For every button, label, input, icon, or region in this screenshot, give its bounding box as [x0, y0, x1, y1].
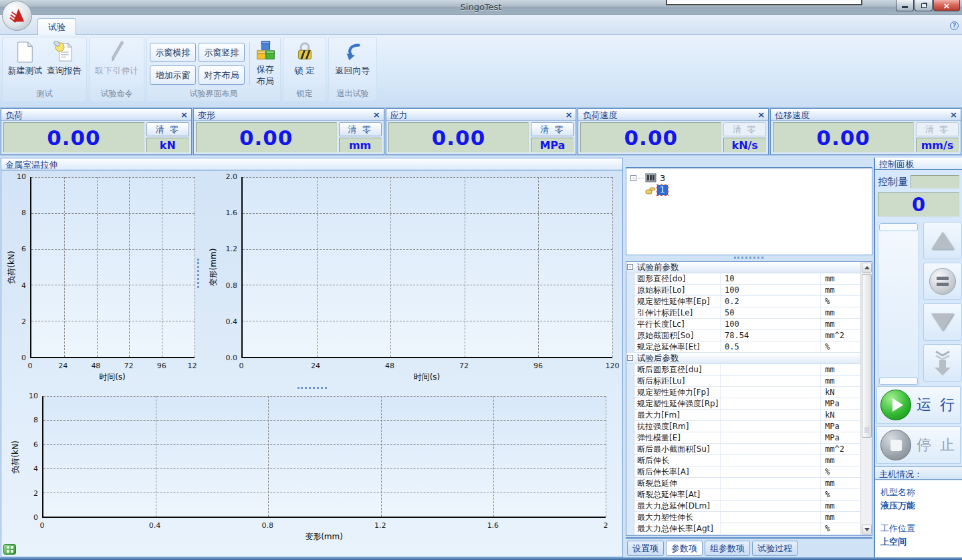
param-value[interactable] [720, 410, 820, 420]
tree-selected-specimen[interactable]: 1 [657, 185, 668, 195]
param-row[interactable]: 最大力[Fm] kN [626, 410, 860, 421]
scrollbar-thumb[interactable] [862, 274, 872, 438]
clear-deformation-button[interactable]: 清 零 [339, 122, 382, 136]
tree-child-node[interactable]: 1 [630, 184, 868, 196]
windows-horizontal-button[interactable]: 示窗横排 [150, 43, 196, 62]
param-value[interactable]: 50 [720, 307, 820, 318]
remove-extensometer-button[interactable]: 取下引伸计 [92, 39, 141, 88]
param-row[interactable]: 原始标距[Lo] 100 mm [626, 285, 860, 296]
scroll-down-button[interactable] [862, 525, 872, 535]
panel-close-icon[interactable] [757, 110, 765, 120]
param-value[interactable]: 78.54 [720, 330, 820, 341]
param-row[interactable]: 最大力塑性伸长率[Ag] % [626, 535, 860, 535]
align-layout-button[interactable]: 对齐布局 [199, 65, 245, 85]
scroll-up-button[interactable] [862, 263, 872, 273]
vertical-splitter-handle[interactable] [197, 259, 199, 288]
close-button[interactable] [933, 0, 960, 11]
table-scrollbar[interactable] [860, 262, 872, 535]
query-report-button[interactable]: 查询报告 [45, 39, 84, 88]
tab-settings[interactable]: 设置项 [627, 541, 664, 556]
param-row[interactable]: 断裂总延伸 mm [626, 478, 860, 489]
param-value[interactable] [720, 466, 820, 477]
clear-stress-button[interactable]: 清 零 [531, 122, 574, 136]
param-value[interactable] [720, 478, 820, 488]
chart-load-time[interactable]: 负荷(kN) 1086420 024487296120 时间(s) [2, 170, 197, 386]
help-icon[interactable] [950, 21, 959, 30]
tab-params[interactable]: 参数项 [666, 541, 703, 556]
hold-button[interactable] [923, 263, 962, 300]
param-row[interactable]: 断后伸长率[A] % [626, 466, 860, 478]
fast-down-button[interactable] [923, 344, 962, 382]
run-button[interactable]: 运 行 [876, 386, 961, 424]
move-up-button[interactable] [923, 222, 962, 259]
param-value[interactable] [720, 444, 820, 454]
clear-load-speed-button[interactable]: 清 零 [723, 122, 766, 136]
param-row[interactable]: 断后标距[Lu] mm [626, 376, 860, 387]
move-down-button[interactable] [923, 303, 962, 341]
pre-test-params-header[interactable]: 试验前参数 [626, 262, 860, 273]
param-value[interactable] [720, 523, 820, 534]
param-row[interactable]: 原始截面积[So] 78.54 mm^2 [626, 330, 860, 341]
layout-grid-icon[interactable] [3, 544, 16, 555]
param-value[interactable] [720, 376, 820, 386]
param-value[interactable] [720, 432, 820, 443]
tab-group-params[interactable]: 组参数项 [705, 541, 750, 556]
horizontal-splitter-handle[interactable] [297, 387, 327, 389]
collapse-icon[interactable] [627, 355, 633, 361]
param-row[interactable]: 最大力总伸长率[Agt] % [626, 523, 860, 535]
post-test-params-header[interactable]: 试验后参数 [626, 353, 860, 364]
param-value[interactable]: 0.5 [720, 341, 820, 352]
save-layout-button[interactable]: 保存布局 [253, 39, 277, 88]
param-value[interactable] [720, 501, 820, 511]
restore-button[interactable] [915, 0, 933, 11]
param-row[interactable]: 断后伸长 mm [626, 455, 860, 466]
param-row[interactable]: 抗拉强度[Rm] MPa [626, 421, 860, 432]
minimize-button[interactable] [896, 0, 914, 11]
add-window-button[interactable]: 增加示窗 [150, 65, 196, 85]
collapse-icon[interactable] [627, 264, 633, 270]
param-row[interactable]: 圆形直径[do] 10 mm [626, 273, 860, 285]
param-value[interactable] [720, 535, 820, 535]
panel-close-icon[interactable] [950, 110, 957, 120]
param-row[interactable]: 断裂总延伸率[At] % [626, 489, 860, 501]
lock-button[interactable]: 锁 定 [286, 39, 323, 88]
app-logo[interactable] [2, 1, 32, 31]
param-value[interactable]: 10 [720, 273, 820, 284]
clear-load-button[interactable]: 清 零 [146, 122, 189, 136]
param-value[interactable] [720, 421, 820, 432]
param-row[interactable]: 引伸计标距[Le] 50 mm [626, 307, 860, 319]
param-row[interactable]: 弹性模量[E] MPa [626, 432, 860, 444]
control-quantity-field[interactable] [911, 175, 959, 188]
param-value[interactable]: 0.2 [720, 296, 820, 307]
param-row[interactable]: 断后圆形直径[du] mm [626, 364, 860, 376]
param-value[interactable]: 100 [720, 319, 820, 329]
param-value[interactable] [720, 364, 820, 375]
param-row[interactable]: 平行长度[Lc] 100 mm [626, 319, 860, 330]
param-value[interactable] [720, 398, 820, 409]
param-row[interactable]: 最大力总延伸[DLm] mm [626, 501, 860, 512]
new-test-button[interactable]: 新建测试 [5, 39, 45, 88]
title-bar[interactable]: SingoTest [0, 0, 962, 15]
tree-table-splitter-handle[interactable] [734, 257, 763, 259]
stop-button[interactable]: 停 止 [876, 426, 961, 464]
param-value[interactable] [720, 455, 820, 466]
return-wizard-button[interactable]: 返回向导 [332, 39, 374, 88]
panel-close-icon[interactable] [373, 110, 380, 120]
panel-close-icon[interactable] [181, 110, 188, 120]
clear-displacement-speed-button[interactable]: 清 零 [916, 122, 959, 136]
param-row[interactable]: 规定塑性延伸率[Ep] 0.2 % [626, 296, 860, 307]
chart-load-deformation[interactable]: 负荷(kN) 1086420 00.40.81.21.62 变形(mm) [2, 391, 623, 546]
param-row[interactable]: 断后最小截面积[Su] mm^2 [626, 444, 860, 455]
param-value[interactable] [720, 512, 820, 523]
param-row[interactable]: 规定塑性延伸力[Fp] kN [626, 387, 860, 398]
param-value[interactable] [720, 489, 820, 500]
tab-test-process[interactable]: 试验过程 [752, 541, 798, 556]
windows-vertical-button[interactable]: 示窗竖排 [199, 43, 245, 62]
param-value[interactable] [720, 387, 820, 398]
tab-test[interactable]: 试验 [37, 18, 76, 35]
param-row[interactable]: 规定塑性延伸强度[Rp] MPa [626, 398, 860, 410]
collapse-icon[interactable] [630, 175, 636, 181]
param-row[interactable]: 规定总延伸率[Et] 0.5 % [626, 341, 860, 353]
panel-close-icon[interactable] [565, 110, 572, 120]
param-row[interactable]: 最大力塑性伸长 mm [626, 512, 860, 523]
